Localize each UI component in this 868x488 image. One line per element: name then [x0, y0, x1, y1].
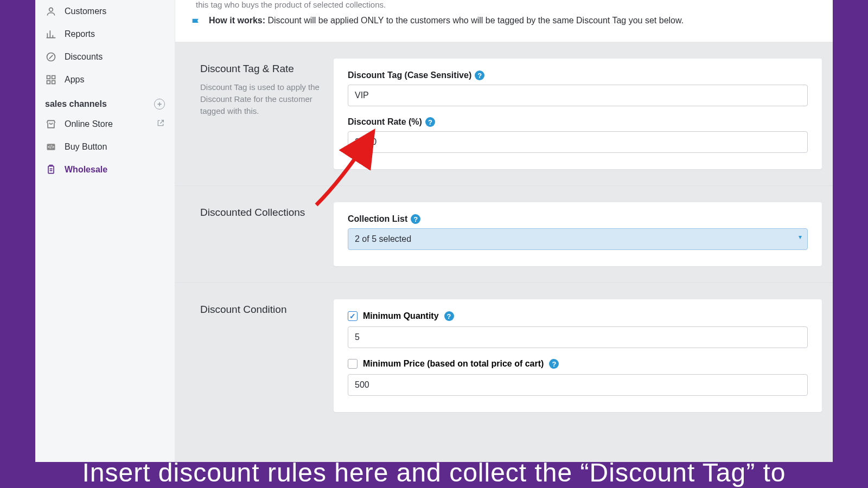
svg-rect-2	[47, 76, 50, 79]
min-qty-input[interactable]	[348, 326, 808, 348]
svg-rect-3	[52, 76, 55, 79]
min-price-label: Minimum Price (based on total price of c…	[363, 359, 544, 369]
help-icon[interactable]: ?	[475, 70, 484, 80]
block1-desc: Discount Tag is used to apply the Discou…	[200, 81, 323, 117]
flag-icon	[190, 17, 202, 32]
channel-online-store[interactable]: Online Store	[35, 113, 175, 136]
code-icon: </>	[45, 141, 57, 153]
svg-point-0	[49, 8, 53, 11]
min-qty-label: Minimum Quantity	[363, 311, 439, 321]
block2-title: Discounted Collections	[200, 207, 323, 219]
info-banner: this tag who buys the product of selecte…	[175, 0, 833, 42]
nav-label: Customers	[65, 7, 106, 16]
channel-label: Wholesale	[65, 165, 107, 175]
block2-card: Collection List ? 2 of 5 selected	[334, 202, 822, 266]
discounted-collections-block: Discounted Collections Collection List ?…	[175, 186, 833, 283]
block3-title: Discount Condition	[200, 304, 323, 316]
channel-label: Buy Button	[65, 142, 107, 152]
help-icon[interactable]: ?	[425, 117, 435, 127]
store-icon	[45, 118, 57, 130]
discount-icon	[45, 51, 57, 63]
help-icon[interactable]: ?	[444, 311, 454, 321]
svg-text:</>: </>	[48, 144, 54, 150]
clipboard-icon	[45, 164, 57, 176]
block1-card: Discount Tag (Case Sensitive) ? Discount…	[334, 59, 822, 169]
channel-wholesale[interactable]: Wholesale	[35, 158, 175, 181]
discount-tag-label: Discount Tag (Case Sensitive)	[348, 70, 471, 80]
how-it-works-label: How it works:	[209, 16, 265, 25]
how-it-works-text: How it works: Discount will be applied O…	[209, 16, 684, 25]
block1-title: Discount Tag & Rate	[200, 63, 323, 75]
nav-label: Discounts	[65, 52, 103, 62]
app-window: Customers Reports Discounts Apps sales c…	[35, 0, 833, 462]
banner-partial-text: this tag who buys the product of selecte…	[196, 0, 818, 9]
main-content: this tag who buys the product of selecte…	[175, 0, 833, 462]
apps-icon	[45, 74, 57, 86]
sidebar: Customers Reports Discounts Apps sales c…	[35, 0, 175, 462]
sales-channels-header: sales channels +	[35, 91, 175, 113]
nav-discounts[interactable]: Discounts	[35, 46, 175, 68]
nav-label: Apps	[65, 75, 84, 85]
help-icon[interactable]: ?	[411, 214, 420, 224]
user-icon	[45, 5, 57, 17]
discount-rate-label: Discount Rate (%)	[348, 117, 422, 127]
channel-buy-button[interactable]: </> Buy Button	[35, 136, 175, 158]
discount-tag-input[interactable]	[348, 85, 808, 106]
nav-reports[interactable]: Reports	[35, 23, 175, 46]
reports-icon	[45, 28, 57, 40]
discount-condition-block: Discount Condition Minimum Quantity ? Mi…	[175, 283, 833, 428]
min-price-checkbox[interactable]	[348, 359, 358, 369]
discount-tag-rate-block: Discount Tag & Rate Discount Tag is used…	[175, 42, 833, 186]
block3-aside: Discount Condition	[184, 299, 334, 412]
block1-aside: Discount Tag & Rate Discount Tag is used…	[184, 59, 334, 169]
add-channel-button[interactable]: +	[154, 99, 165, 110]
channel-label: Online Store	[65, 119, 113, 129]
nav-apps[interactable]: Apps	[35, 68, 175, 91]
collection-list-label: Collection List	[348, 214, 407, 224]
min-price-input[interactable]	[348, 374, 808, 396]
min-qty-checkbox[interactable]	[348, 311, 358, 321]
block3-card: Minimum Quantity ? Minimum Price (based …	[334, 299, 822, 412]
external-link-icon[interactable]	[156, 119, 165, 130]
slide-caption: Insert discount rules here and collect t…	[35, 459, 833, 487]
how-it-works-desc: Discount will be applied ONLY to the cus…	[267, 16, 684, 25]
svg-rect-5	[52, 81, 55, 84]
collection-select[interactable]: 2 of 5 selected	[348, 228, 808, 250]
sales-channels-label: sales channels	[45, 99, 107, 109]
block2-aside: Discounted Collections	[184, 202, 334, 266]
nav-customers[interactable]: Customers	[35, 0, 175, 23]
svg-rect-8	[48, 166, 54, 173]
nav-label: Reports	[65, 29, 95, 39]
collection-select-text: 2 of 5 selected	[355, 234, 411, 243]
discount-rate-input[interactable]	[348, 131, 808, 153]
svg-rect-4	[47, 81, 50, 84]
help-icon[interactable]: ?	[549, 359, 559, 369]
